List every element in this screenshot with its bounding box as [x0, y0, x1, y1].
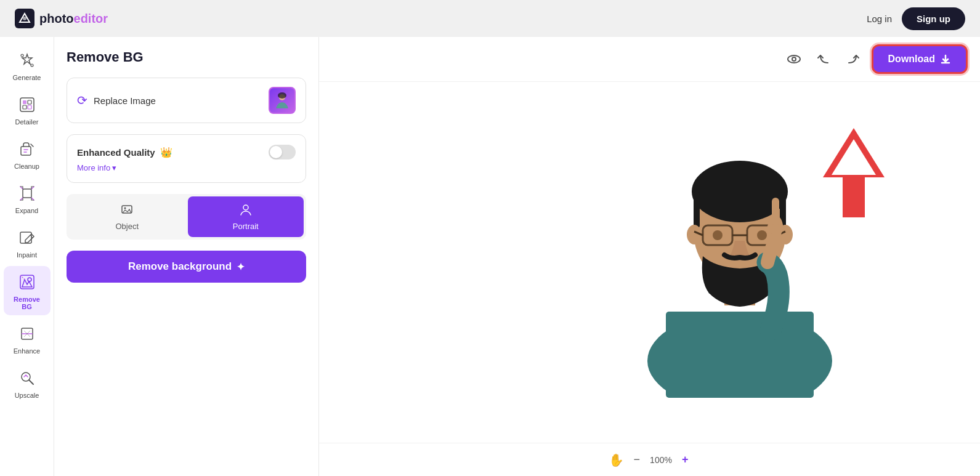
control-panel: Remove BG ⟳ Replace Image — [54, 37, 319, 476]
pan-icon[interactable]: ✋ — [609, 453, 624, 467]
toolbar-actions: Download — [783, 44, 968, 74]
svg-point-45 — [757, 230, 767, 240]
svg-point-44 — [713, 230, 723, 240]
sidebar-item-inpaint[interactable]: Inpaint — [4, 222, 51, 264]
replace-icon: ⟳ — [77, 93, 87, 108]
svg-line-18 — [29, 380, 33, 384]
replace-image-card[interactable]: ⟳ Replace Image — [67, 78, 306, 123]
download-button[interactable]: Download — [872, 44, 968, 74]
logo-text: photoeditor — [39, 12, 108, 26]
svg-rect-47 — [772, 198, 779, 225]
more-info-link[interactable]: More info ▾ — [77, 163, 296, 172]
svg-point-1 — [23, 17, 26, 20]
svg-point-24 — [788, 55, 800, 63]
sidebar-item-upscale[interactable]: Upscale — [4, 362, 51, 404]
svg-rect-11 — [20, 232, 31, 243]
svg-rect-6 — [28, 100, 31, 104]
quality-card: Enhanced Quality 👑 More info ▾ — [67, 134, 306, 183]
preview-button[interactable] — [783, 48, 805, 70]
replace-left: ⟳ Replace Image — [77, 93, 156, 108]
sidebar-item-remove-bg[interactable]: Remove BG — [4, 266, 51, 315]
replace-thumbnail — [269, 87, 296, 114]
svg-point-2 — [21, 54, 23, 57]
expand-icon — [16, 182, 38, 204]
redo-button[interactable] — [842, 48, 864, 70]
undo-button[interactable] — [812, 48, 835, 70]
svg-point-25 — [792, 57, 796, 61]
sidebar: Generate Detailer — [0, 37, 54, 476]
svg-rect-35 — [694, 192, 700, 228]
sidebar-item-detailer[interactable]: Detailer — [4, 89, 51, 131]
sidebar-item-enhance[interactable]: Enhance — [4, 318, 51, 360]
canvas-content — [319, 82, 980, 443]
svg-rect-5 — [23, 100, 26, 104]
toggle-knob — [270, 146, 282, 158]
nav-right: Log in Sign up — [867, 7, 965, 30]
canvas-area: Download — [319, 37, 980, 476]
detailer-icon — [16, 94, 38, 116]
inpaint-icon — [16, 227, 38, 249]
remove-bg-icon — [16, 271, 38, 293]
enhance-icon — [16, 323, 38, 345]
svg-rect-7 — [23, 105, 26, 109]
sidebar-item-generate[interactable]: Generate — [4, 44, 51, 86]
person-image — [635, 102, 844, 398]
svg-point-23 — [243, 205, 248, 210]
topnav: photoeditor Log in Sign up — [0, 0, 980, 37]
logo: photoeditor — [15, 9, 108, 28]
svg-rect-10 — [23, 189, 31, 198]
canvas-toolbar: Download — [319, 37, 980, 82]
svg-point-22 — [124, 208, 126, 209]
crown-icon: 👑 — [160, 147, 172, 158]
replace-image-label: Replace Image — [94, 95, 156, 106]
svg-rect-31 — [666, 312, 814, 398]
zoom-level: 100% — [650, 455, 672, 465]
svg-rect-9 — [21, 147, 31, 155]
svg-rect-4 — [20, 98, 34, 111]
sidebar-item-cleanup[interactable]: Cleanup — [4, 133, 51, 175]
upscale-icon — [16, 367, 38, 389]
svg-rect-20 — [278, 92, 286, 99]
sparkle-icon: ✦ — [237, 261, 245, 273]
svg-rect-8 — [28, 105, 31, 109]
quality-label: Enhanced Quality — [77, 147, 155, 158]
mode-selector: Object Portrait — [67, 194, 306, 240]
login-button[interactable]: Log in — [867, 14, 892, 24]
sidebar-item-expand[interactable]: Expand — [4, 177, 51, 219]
canvas-bottom: ✋ − 100% + — [319, 443, 980, 476]
mode-portrait-button[interactable]: Portrait — [188, 196, 304, 237]
zoom-in-button[interactable]: + — [679, 451, 691, 469]
portrait-icon — [239, 203, 253, 219]
chevron-down-icon: ▾ — [112, 163, 116, 172]
remove-background-button[interactable]: Remove background ✦ — [67, 251, 306, 283]
mode-object-button[interactable]: Object — [69, 196, 185, 237]
logo-icon — [15, 9, 34, 28]
cleanup-icon — [16, 138, 38, 160]
zoom-out-button[interactable]: − — [631, 451, 643, 469]
object-icon — [120, 203, 134, 219]
generate-icon — [16, 49, 38, 71]
signup-button[interactable]: Sign up — [902, 7, 965, 30]
svg-point-3 — [31, 64, 33, 67]
quality-toggle[interactable] — [269, 145, 296, 159]
panel-title: Remove BG — [67, 49, 306, 65]
